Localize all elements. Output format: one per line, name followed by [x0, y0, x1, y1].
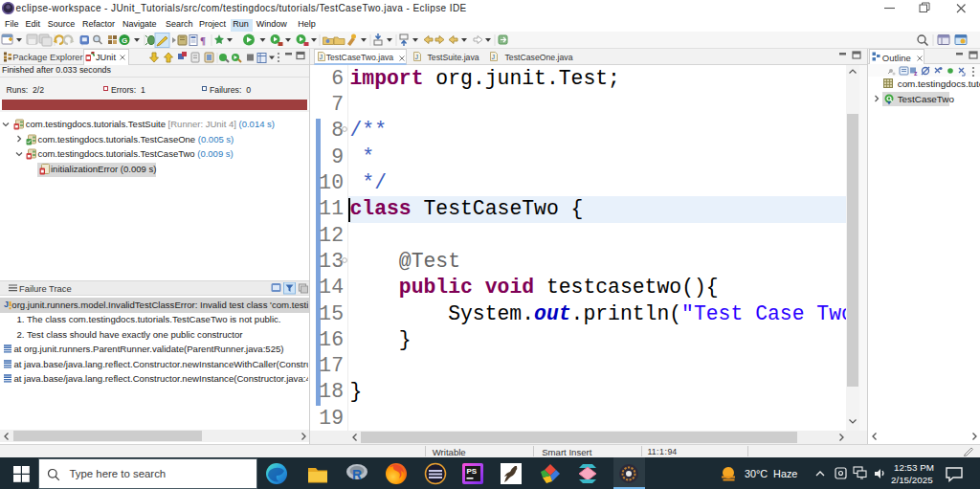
svg-text:J: J [415, 54, 419, 60]
svg-text:PS: PS [467, 467, 478, 476]
svg-text:R: R [352, 467, 362, 482]
svg-text:J: J [492, 54, 496, 60]
svg-text:G: G [122, 36, 127, 45]
svg-text:J: J [319, 54, 323, 60]
svg-text:z: z [914, 70, 918, 77]
svg-text:¶: ¶ [200, 34, 206, 46]
svg-text:J: J [4, 300, 9, 309]
